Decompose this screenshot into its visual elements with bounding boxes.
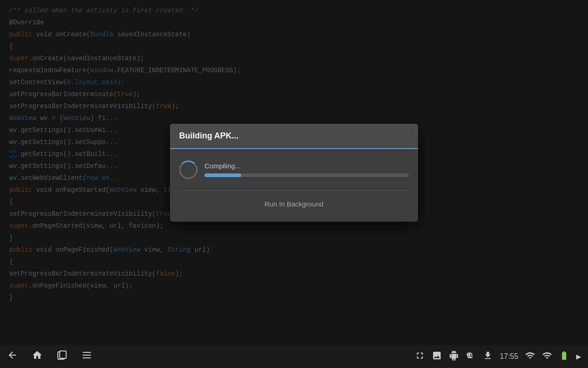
building-apk-modal: Building APK... Compiling... Run In Back… (170, 124, 418, 222)
modal-body: Compiling... Run In Background (170, 149, 418, 222)
gallery-icon[interactable] (432, 351, 442, 363)
modal-divider (179, 190, 409, 191)
fullscreen-icon[interactable] (415, 351, 425, 363)
nav-right: 17:55 ▶ (415, 351, 581, 363)
wifi-icon (525, 351, 535, 363)
nav-left (7, 350, 92, 364)
svg-rect-6 (83, 352, 91, 353)
loading-spinner (179, 161, 198, 179)
battery-icon (559, 351, 569, 363)
svg-rect-8 (83, 357, 91, 358)
svg-rect-7 (83, 355, 91, 356)
run-in-background-button[interactable]: Run In Background (255, 196, 333, 213)
svg-rect-5 (60, 351, 66, 358)
progress-section: Compiling... (204, 162, 409, 177)
menu-icon[interactable] (81, 350, 92, 364)
progress-bar-fill (204, 173, 241, 177)
usb-icon[interactable] (466, 351, 476, 363)
modal-title: Building APK... (179, 131, 409, 141)
nav-bar: 17:55 ▶ (0, 345, 588, 368)
overflow-icon[interactable]: ▶ (576, 351, 581, 362)
recents-icon[interactable] (57, 350, 68, 364)
android-icon[interactable] (449, 351, 459, 363)
back-icon[interactable] (7, 350, 18, 364)
home-icon[interactable] (32, 350, 43, 364)
signal-icon (542, 351, 552, 363)
download-icon[interactable] (483, 351, 493, 363)
time-display: 17:55 (500, 352, 518, 361)
modal-overlay: Building APK... Compiling... Run In Back… (0, 0, 588, 345)
progress-bar-background (204, 173, 409, 177)
compiling-text: Compiling... (204, 162, 409, 170)
progress-row: Compiling... (179, 161, 409, 179)
modal-title-bar: Building APK... (170, 124, 418, 149)
